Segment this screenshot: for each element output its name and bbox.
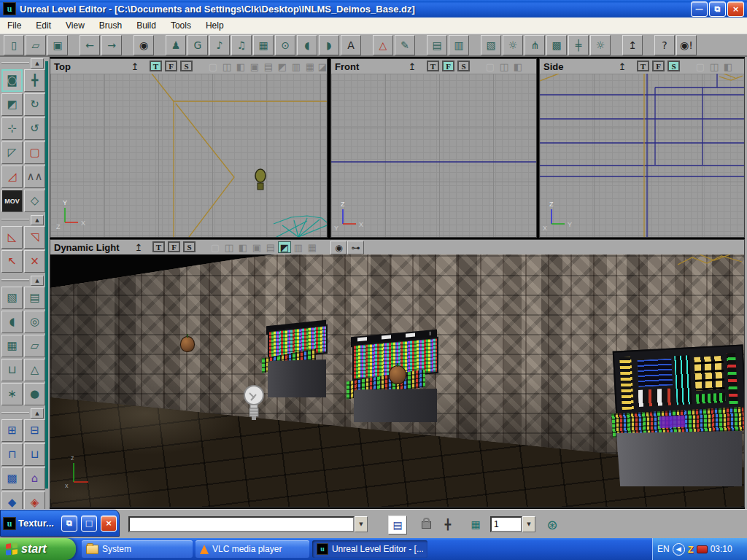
top-mode-s-button[interactable]: S — [180, 61, 193, 71]
task-system[interactable]: System — [82, 540, 193, 558]
build-options-button[interactable]: ╪ — [568, 35, 589, 55]
staircase-primitive-button[interactable]: ▤ — [24, 287, 45, 309]
terrain-editor-button[interactable]: ✎ — [395, 35, 415, 55]
flip-clip-button[interactable]: ↖ — [1, 250, 23, 273]
combo-dropdown-button[interactable]: ▼ — [355, 516, 368, 532]
delete-clip-markers-button[interactable]: × — [24, 250, 45, 273]
persp-mode-t-button[interactable]: T — [152, 241, 165, 252]
rendermode-polys-icon[interactable]: ◧ — [236, 241, 249, 253]
mini-maximize-button[interactable]: □ — [81, 516, 97, 532]
subtract-brush-button[interactable]: ⊟ — [24, 419, 45, 442]
polygon-select-mode-button[interactable]: ◿ — [1, 166, 23, 188]
undo-button[interactable]: ← — [80, 35, 100, 55]
side-mode-f-button[interactable]: F — [652, 61, 665, 71]
persp-mode-s-button[interactable]: S — [183, 241, 196, 252]
actor-class-browser-button[interactable]: ♟ — [166, 35, 186, 55]
rendermode-zone-icon[interactable]: ◫ — [498, 61, 511, 72]
build-all-button[interactable]: ▩ — [546, 35, 567, 55]
rendermode-polys-icon[interactable]: ◧ — [721, 61, 735, 72]
rendermode-unlit-icon[interactable]: ▤ — [262, 61, 275, 72]
console-desk-2[interactable] — [347, 333, 440, 422]
menu-brush[interactable]: Brush — [92, 18, 129, 33]
apple-decoration[interactable] — [389, 365, 406, 384]
realtime-preview-button[interactable]: ◉ — [330, 241, 347, 254]
open-file-button[interactable]: ▱ — [26, 35, 46, 55]
surface-properties-button[interactable]: ▥ — [449, 35, 469, 55]
vertex-edit-mode-button[interactable]: ◩ — [1, 93, 23, 116]
language-indicator[interactable]: EN — [657, 544, 670, 554]
restore-button[interactable]: ⧉ — [709, 1, 726, 17]
joystick-icon[interactable]: ↥ — [133, 241, 144, 253]
grid-size-value[interactable] — [490, 516, 522, 532]
build-geometry-button[interactable]: ▧ — [481, 35, 501, 55]
camera-mode-button[interactable]: ◙ — [1, 69, 23, 92]
sphere-primitive-button[interactable]: ● — [24, 383, 45, 405]
texture-rotate-mode-button[interactable]: ↺ — [24, 117, 45, 140]
scroll-up-button[interactable]: ▲ — [31, 408, 44, 419]
close-button[interactable]: × — [727, 1, 744, 17]
music-browser-button[interactable]: ♪ — [209, 35, 230, 55]
rendermode-zone-icon[interactable]: ◫ — [222, 241, 236, 253]
scroll-up-button[interactable]: ▲ — [31, 58, 44, 69]
actor-align-button[interactable]: ╋ — [439, 516, 457, 533]
font-browser-button[interactable]: A — [341, 35, 361, 55]
translate-mode-button[interactable]: ╋ — [24, 69, 45, 92]
add-special-brush-button[interactable]: ▩ — [1, 467, 23, 490]
clock[interactable]: 03:10 — [711, 544, 732, 554]
viewport-side[interactable]: Side ↥ T F S ▢ ◫ ◧ — [539, 58, 745, 238]
rendermode-wire-icon[interactable]: ▢ — [484, 61, 497, 72]
sound-browser-button[interactable]: ♫ — [231, 35, 252, 55]
search-button[interactable]: ◉ — [133, 35, 154, 55]
rendermode-zone-icon[interactable]: ◫ — [220, 61, 233, 72]
brush-clip-mode-button[interactable]: ▢ — [24, 141, 45, 164]
console-desk-1[interactable] — [262, 322, 331, 397]
terrain-edit-mode-button[interactable]: ∧∧ — [24, 166, 45, 188]
rendermode-depth-icon[interactable]: ▥ — [292, 241, 305, 253]
rendermode-dynamic-light-icon[interactable]: ◩ — [278, 241, 291, 253]
new-file-button[interactable]: ▯ — [4, 35, 24, 55]
camera-speed-button[interactable]: ⊛ — [543, 516, 561, 533]
actor-properties-button[interactable]: ▤ — [427, 35, 447, 55]
cone-primitive-button[interactable]: △ — [24, 359, 45, 381]
menu-tools[interactable]: Tools — [163, 18, 198, 33]
volumetric-primitive-button[interactable]: ∗ — [1, 383, 23, 405]
rendermode-cuts-icon[interactable]: ▣ — [250, 241, 263, 253]
menu-help[interactable]: Help — [198, 18, 231, 33]
menu-view[interactable]: View — [58, 18, 92, 33]
minimized-textures-window[interactable]: u Textur... ⧉ □ × — [0, 510, 120, 537]
scale-mode-button[interactable]: ⊹ — [1, 117, 23, 140]
redo-button[interactable]: → — [101, 35, 122, 55]
task-vlc[interactable]: VLC media player — [196, 540, 309, 558]
persp-mode-f-button[interactable]: F — [168, 241, 180, 252]
zonealarm-tray-icon[interactable]: Z — [688, 544, 694, 555]
rendermode-polys-icon[interactable]: ◧ — [234, 61, 247, 72]
rendermode-polys-icon[interactable]: ◧ — [511, 61, 525, 72]
brush-scale-mode-button[interactable]: ◸ — [1, 141, 23, 164]
sheet-primitive-button[interactable]: ▱ — [24, 335, 45, 357]
rendermode-unlit-icon[interactable]: ▤ — [264, 241, 277, 253]
rendermode-extra-icon[interactable]: ▦ — [306, 241, 319, 253]
group-browser-button[interactable]: G — [187, 35, 208, 55]
persp-3d-canvas[interactable]: z x — [50, 254, 744, 507]
command-input[interactable] — [128, 516, 355, 532]
top-mode-f-button[interactable]: F — [165, 61, 177, 71]
mini-restore-button[interactable]: ⧉ — [61, 516, 77, 532]
grid-size-dropdown-button[interactable]: ▼ — [522, 516, 535, 532]
clip-marker-b-button[interactable]: ◹ — [24, 226, 45, 249]
viewport-side-canvas[interactable]: Z Y X — [540, 74, 744, 237]
cube-primitive-button[interactable]: ▧ — [1, 287, 23, 309]
save-button[interactable]: ▣ — [47, 35, 68, 55]
command-combobox[interactable]: ▼ — [128, 516, 368, 532]
grid-size-select[interactable]: ▼ — [490, 516, 535, 532]
viewport-perspective[interactable]: Dynamic Light ↥ T F S ▢ ◫ ◧ ▣ ▤ ◩ ▥ ▦ ◉ … — [50, 239, 745, 508]
window-titlebar[interactable]: u Unreal Level Editor - [C:\Documents an… — [0, 0, 747, 18]
toggle-dynamic-lights-button[interactable]: ☼ — [590, 35, 611, 55]
brush-rotate-mode-button[interactable]: ↻ — [24, 93, 45, 116]
rendermode-cuts-icon[interactable]: ▣ — [248, 61, 261, 72]
hide-icons-button[interactable]: ◀ — [673, 543, 685, 556]
viewport-top[interactable]: Top ↥ T F S ▢ ◫ ◧ ▣ ▤ ◩ ▥ ▦ ◪ — [50, 58, 328, 238]
rendermode-wire-icon[interactable]: ▢ — [209, 241, 222, 253]
joystick-icon[interactable]: ↥ — [406, 61, 418, 72]
console-desk-3[interactable] — [612, 343, 744, 486]
curved-stair-primitive-button[interactable]: ◖ — [1, 311, 23, 333]
